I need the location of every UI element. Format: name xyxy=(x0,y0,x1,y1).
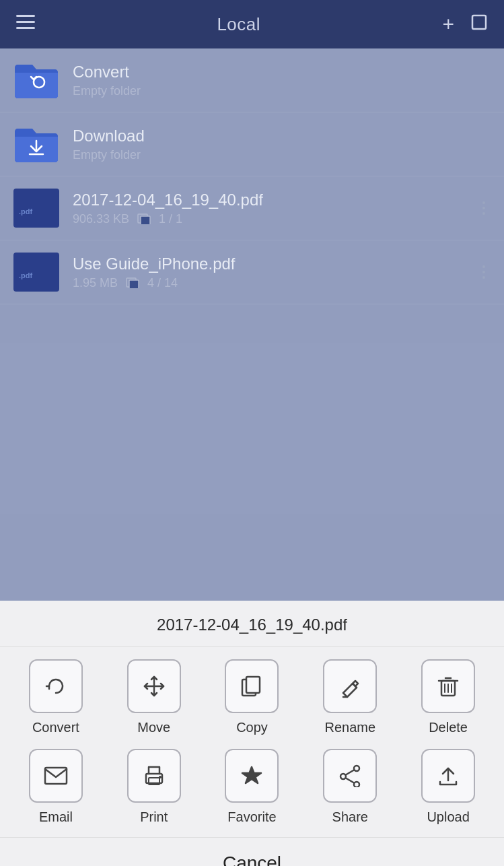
folder-icon xyxy=(13,125,59,164)
upload-button[interactable]: Upload xyxy=(408,749,489,825)
convert-label: Convert xyxy=(32,720,79,735)
file-name: Use Guide_iPhone.pdf xyxy=(73,255,477,273)
action-row-1: Convert Move C xyxy=(0,647,504,742)
list-item[interactable]: Download Empty folder xyxy=(0,112,504,176)
file-meta: Empty folder xyxy=(73,148,491,162)
list-item[interactable]: Convert Empty folder xyxy=(0,48,504,112)
action-row-2: Email Print Favorite xyxy=(0,742,504,837)
favorite-label: Favorite xyxy=(227,809,276,825)
svg-line-32 xyxy=(346,778,354,783)
file-list: Convert Empty folder Download Empty fold… xyxy=(0,48,504,601)
list-item[interactable]: .pdf Use Guide_iPhone.pdf 1.95 MB 4 / 14 xyxy=(0,240,504,304)
share-label: Share xyxy=(332,809,368,825)
pdf-icon: .pdf xyxy=(13,189,59,228)
header: Local + xyxy=(0,0,504,48)
move-label: Move xyxy=(137,720,170,735)
email-label: Email xyxy=(39,809,73,825)
file-pages: 1 / 1 xyxy=(159,212,182,226)
svg-rect-9 xyxy=(141,216,150,224)
more-options-icon[interactable] xyxy=(477,260,491,284)
move-icon xyxy=(127,659,181,713)
edit-icon[interactable] xyxy=(470,13,488,35)
favorite-icon xyxy=(225,749,279,803)
email-icon xyxy=(29,749,83,803)
file-meta-row: 906.33 KB 1 / 1 xyxy=(73,212,477,226)
svg-text:.pdf: .pdf xyxy=(19,271,32,279)
print-label: Print xyxy=(140,809,168,825)
copy-icon xyxy=(225,659,279,713)
svg-text:.pdf: .pdf xyxy=(19,207,32,215)
file-info: 2017-12-04_16_19_40.pdf 906.33 KB 1 / 1 xyxy=(73,191,477,226)
svg-rect-3 xyxy=(472,15,486,29)
email-button[interactable]: Email xyxy=(15,749,96,825)
add-icon[interactable]: + xyxy=(442,13,454,36)
print-icon xyxy=(127,749,181,803)
convert-icon xyxy=(29,659,83,713)
file-pages: 4 / 14 xyxy=(147,276,178,290)
cancel-button[interactable]: Cancel xyxy=(0,837,504,866)
delete-label: Delete xyxy=(429,720,468,735)
rename-icon xyxy=(323,659,377,713)
file-size: 906.33 KB xyxy=(73,212,129,226)
file-name: Convert xyxy=(73,63,491,81)
upload-icon xyxy=(421,749,475,803)
page-title: Local xyxy=(217,14,260,35)
file-name: Download xyxy=(73,127,491,145)
svg-line-31 xyxy=(346,770,354,775)
copy-label: Copy xyxy=(236,720,268,735)
convert-button[interactable]: Convert xyxy=(15,659,96,735)
menu-icon[interactable] xyxy=(16,15,35,34)
copy-button[interactable]: Copy xyxy=(211,659,292,735)
pdf-icon: .pdf xyxy=(13,253,59,292)
svg-rect-17 xyxy=(246,677,260,693)
favorite-button[interactable]: Favorite xyxy=(211,749,292,825)
more-options-icon[interactable] xyxy=(477,196,491,220)
share-icon xyxy=(323,749,377,803)
folder-icon xyxy=(13,61,59,100)
rename-button[interactable]: Rename xyxy=(310,659,390,735)
file-info: Convert Empty folder xyxy=(73,63,491,98)
move-button[interactable]: Move xyxy=(114,659,194,735)
upload-label: Upload xyxy=(427,809,469,825)
file-name: 2017-12-04_16_19_40.pdf xyxy=(73,191,477,209)
delete-button[interactable]: Delete xyxy=(408,659,489,735)
header-actions: + xyxy=(442,13,488,36)
bottom-sheet: 2017-12-04_16_19_40.pdf Convert xyxy=(0,601,504,866)
svg-rect-13 xyxy=(129,280,139,288)
file-info: Download Empty folder xyxy=(73,127,491,162)
svg-rect-0 xyxy=(16,15,35,17)
list-item[interactable]: .pdf 2017-12-04_16_19_40.pdf 906.33 KB 1… xyxy=(0,176,504,240)
print-button[interactable]: Print xyxy=(114,749,194,825)
sheet-filename: 2017-12-04_16_19_40.pdf xyxy=(0,601,504,647)
file-info: Use Guide_iPhone.pdf 1.95 MB 4 / 14 xyxy=(73,255,477,290)
svg-rect-24 xyxy=(45,768,67,784)
file-size: 1.95 MB xyxy=(73,276,118,290)
svg-point-27 xyxy=(159,776,161,778)
file-meta: Empty folder xyxy=(73,84,491,98)
delete-icon xyxy=(421,659,475,713)
rename-label: Rename xyxy=(324,720,375,735)
file-meta-row: 1.95 MB 4 / 14 xyxy=(73,276,477,290)
svg-rect-2 xyxy=(16,27,35,29)
svg-rect-1 xyxy=(16,21,35,23)
share-button[interactable]: Share xyxy=(310,749,390,825)
